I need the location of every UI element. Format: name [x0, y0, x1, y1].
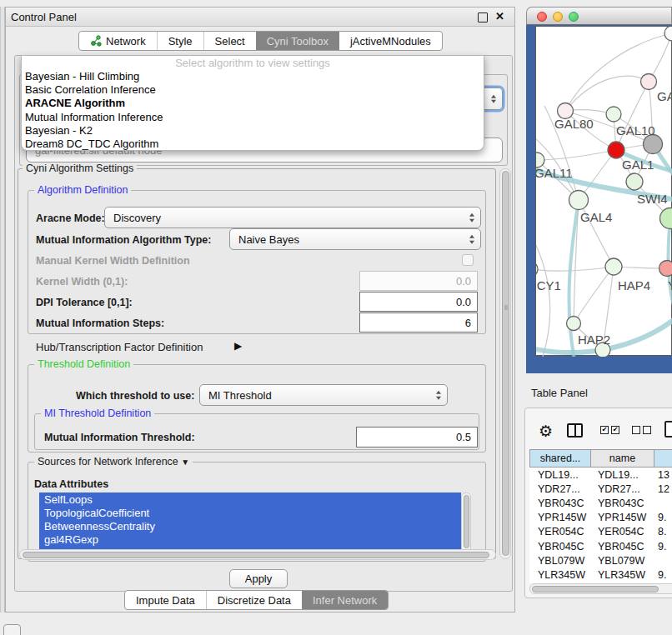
mi-threshold-field[interactable]: 0.5 — [356, 427, 478, 448]
column-header-third[interactable] — [654, 449, 672, 468]
kernel-width-field[interactable]: 0.0 — [359, 271, 478, 291]
column-header-shared[interactable]: shared... — [529, 449, 591, 468]
node-label: GAL1 — [622, 158, 654, 172]
table-cell: YPR145W — [529, 512, 590, 523]
node-label: GAL80 — [554, 117, 594, 131]
network-node[interactable] — [605, 258, 622, 275]
network-edge — [565, 33, 672, 111]
minimize-traffic-icon[interactable] — [553, 12, 563, 22]
table-cell: 9. — [654, 541, 672, 552]
settings-vscrollbar-thumb[interactable] — [502, 171, 509, 556]
mi-type-combo[interactable]: Naive Bayes — [229, 228, 481, 250]
manual-kernel-checkbox[interactable] — [462, 254, 474, 266]
aracne-mode-label: Aracne Mode: — [36, 212, 105, 224]
hub-expand-arrow-icon[interactable]: ▶ — [234, 340, 242, 352]
table-cell: YBR045C — [590, 541, 654, 552]
attributes-vscrollbar[interactable] — [461, 492, 471, 553]
network-node[interactable] — [608, 142, 624, 158]
settings-hscrollbar-thumb[interactable] — [23, 552, 489, 558]
dpi-tolerance-field[interactable]: 0.0 — [359, 292, 478, 312]
table-cell: YDL19... — [590, 469, 654, 481]
network-canvas[interactable]: GALGAL80GAL10GAL1GAL11SWI4GAL4GCY1HAP4YH… — [535, 26, 672, 356]
tab-cyni-toolbox[interactable]: Cyni Toolbox — [256, 32, 339, 50]
close-icon[interactable]: ✕ — [495, 10, 504, 22]
table-row[interactable]: YBL079WYBL079W — [529, 553, 672, 568]
network-node[interactable] — [536, 262, 538, 277]
table-cell: YER054C — [529, 526, 590, 538]
tab-network[interactable]: Network — [79, 32, 157, 50]
table-row[interactable]: YDR27...YDR27...12 — [529, 482, 672, 496]
tab-infer-network-label: Infer Network — [313, 594, 377, 607]
table-panel-title: Table Panel — [531, 387, 588, 399]
data-attributes-list[interactable]: SelfLoopsTopologicalCoefficientBetweenne… — [39, 492, 461, 553]
apply-button[interactable]: Apply — [229, 569, 288, 588]
node-label: GCY1 — [536, 278, 561, 292]
close-traffic-icon[interactable] — [537, 12, 547, 22]
network-node[interactable] — [664, 27, 672, 41]
network-node[interactable] — [659, 261, 672, 277]
network-window-titlebar[interactable] — [526, 7, 672, 25]
mi-type-value: Naive Bayes — [238, 233, 299, 246]
network-edge — [537, 150, 616, 160]
select-all-columns-icon[interactable]: ✔ ✔ — [600, 426, 619, 434]
data-attribute-item[interactable]: TopologicalCoefficient — [39, 506, 461, 519]
tab-impute-data-label: Impute Data — [136, 594, 195, 607]
column-header-name[interactable]: name — [591, 449, 654, 468]
settings-hscrollbar[interactable] — [19, 549, 496, 560]
which-threshold-combo[interactable]: MI Threshold — [199, 384, 448, 406]
tab-select[interactable]: Select — [203, 32, 256, 50]
table-row[interactable]: YDL19...YDL19...13 — [529, 468, 672, 482]
tab-style[interactable]: Style — [157, 32, 203, 50]
algorithm-option[interactable]: ARACNE Algorithm — [22, 97, 484, 110]
table-row[interactable]: YLR345WYLR345W9. — [529, 568, 672, 582]
table-row[interactable]: YBR045CYBR045C9. — [529, 539, 672, 553]
settings-vscrollbar[interactable] — [499, 168, 511, 559]
network-node[interactable] — [606, 107, 621, 122]
table-cell: YBL079W — [590, 555, 654, 567]
deselect-all-columns-icon[interactable] — [632, 426, 651, 434]
algorithm-option[interactable]: Mutual Information Inference — [22, 111, 484, 124]
algorithm-list: Bayesian - Hill ClimbingBasic Correlatio… — [22, 70, 484, 151]
mi-threshold-group-title: MI Threshold Definition — [41, 408, 154, 419]
panel-resize-handle[interactable] — [504, 305, 508, 310]
tab-discretize-data[interactable]: Discretize Data — [206, 591, 302, 609]
gear-icon[interactable]: ⚙ — [539, 422, 553, 440]
aracne-mode-combo[interactable]: Discovery — [104, 207, 481, 228]
node-label: HAP4 — [618, 278, 650, 292]
data-attribute-item[interactable]: SelfLoops — [39, 492, 461, 506]
tab-jactivemnodules-label: jActiveMNodules — [350, 35, 431, 48]
table-row[interactable]: YER054CYER054C8. — [529, 525, 672, 539]
network-node[interactable] — [641, 74, 657, 90]
sources-collapse-arrow-icon[interactable]: ▼ — [181, 458, 189, 467]
algorithm-option[interactable]: Bayesian - Hill Climbing — [22, 70, 484, 83]
attributes-vscrollbar-thumb[interactable] — [464, 495, 469, 548]
network-node[interactable] — [569, 191, 589, 210]
algorithm-option[interactable]: Basic Correlation Inference — [22, 83, 484, 97]
algorithm-option[interactable]: Dream8 DC_TDC Algorithm — [22, 138, 484, 151]
float-icon[interactable] — [478, 12, 488, 22]
table-row[interactable]: YBR043CYBR043C — [529, 496, 672, 510]
table-hscrollbar-thumb[interactable] — [532, 586, 659, 592]
network-node[interactable] — [567, 317, 581, 331]
dropdown-placeholder: Select algorithm to view settings — [22, 56, 484, 70]
network-node[interactable] — [660, 208, 672, 229]
table-cell: YBR043C — [529, 498, 590, 509]
table-cell: YDR27... — [529, 483, 590, 495]
which-threshold-value: MI Threshold — [208, 389, 272, 402]
data-attribute-item[interactable]: gal4RGexp — [39, 532, 461, 546]
network-node[interactable] — [626, 173, 643, 190]
table-row[interactable]: YPR145WYPR145W9. — [529, 511, 672, 525]
table-hscrollbar[interactable] — [529, 583, 672, 594]
table-cell: YDL19... — [529, 469, 590, 481]
tab-jactivemnodules[interactable]: jActiveMNodules — [339, 32, 442, 50]
new-table-icon[interactable] — [664, 421, 672, 438]
tab-impute-data[interactable]: Impute Data — [125, 591, 206, 609]
cyni-algorithm-settings-title: Cyni Algorithm Settings — [23, 163, 137, 174]
data-attribute-item[interactable]: BetweennessCentrality — [39, 519, 461, 532]
zoom-traffic-icon[interactable] — [569, 12, 579, 22]
mi-steps-field[interactable]: 6 — [359, 312, 478, 332]
tab-infer-network[interactable]: Infer Network — [302, 591, 388, 609]
columns-icon[interactable] — [567, 423, 583, 438]
corner-toggle-button[interactable] — [3, 624, 21, 635]
algorithm-option[interactable]: Bayesian - K2 — [22, 124, 484, 138]
